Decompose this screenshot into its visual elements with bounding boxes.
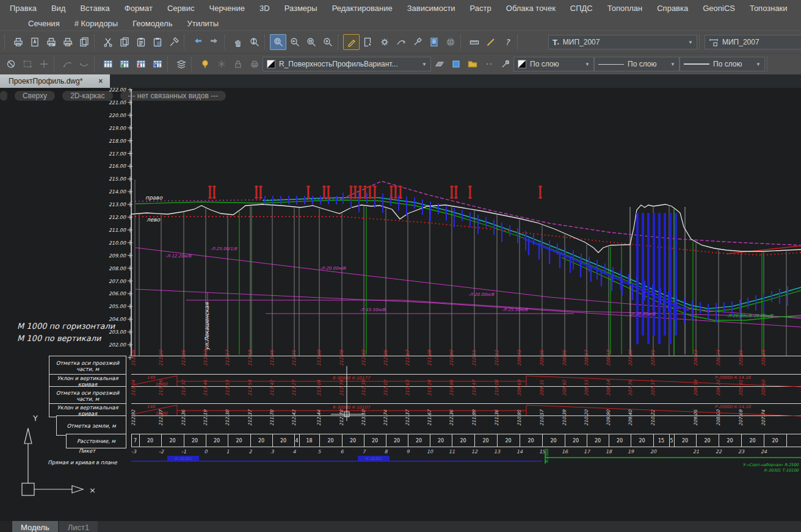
svg-text:20: 20 <box>727 438 733 444</box>
document-tab[interactable]: ПроектПрофиль.dwg* × <box>0 74 110 88</box>
pline-edit-icon[interactable] <box>59 56 76 72</box>
zoom-realtime-icon[interactable] <box>246 34 263 50</box>
viewport-menu-pill[interactable] <box>0 91 7 101</box>
svg-text:14: 14 <box>516 449 523 455</box>
close-icon[interactable]: × <box>98 77 103 85</box>
menu-item-14[interactable]: Справка <box>650 4 695 13</box>
layer-freeze-icon[interactable] <box>213 56 230 72</box>
menu-item-10[interactable]: Растр <box>463 4 499 13</box>
linetype-combo[interactable]: По слою▼ <box>594 57 680 71</box>
layer-combo[interactable]: R_ПоверхностьПрофильВариант...▼ <box>263 57 431 71</box>
properties-icon[interactable] <box>360 34 376 50</box>
selection-window-icon[interactable] <box>19 56 35 72</box>
svg-text:211.99: 211.99 <box>471 409 477 426</box>
measure-icon[interactable] <box>466 34 482 50</box>
make-object-layer-icon[interactable] <box>431 56 448 72</box>
draw-pencil-icon[interactable] <box>343 34 360 50</box>
publish-icon[interactable] <box>43 34 59 50</box>
copy-icon[interactable] <box>116 34 132 50</box>
sheet-set-icon[interactable] <box>426 34 442 50</box>
svg-text:10.00: 10.00 <box>155 382 168 387</box>
layer-plot-icon[interactable] <box>246 56 263 72</box>
chevron-down-icon[interactable]: ▼ <box>585 62 590 67</box>
lineweight-combo[interactable]: По слою▼ <box>680 57 765 71</box>
settings-gear-icon[interactable] <box>376 34 393 50</box>
menu-item-13[interactable]: Топоплан <box>600 4 650 13</box>
zoom-window-icon[interactable] <box>270 34 286 50</box>
menu-item-9[interactable]: Зависимости <box>400 4 463 13</box>
drawing-area[interactable]: Сверху 2D-каркас --- нет связанных видов… <box>0 88 801 521</box>
color-square-icon[interactable] <box>448 56 464 72</box>
table-excel-icon[interactable] <box>116 56 132 72</box>
color-combo[interactable]: По слою▼ <box>513 57 594 71</box>
menu-item-6[interactable]: 3D <box>252 4 277 13</box>
menu-item-r2-3[interactable]: Утилиты <box>179 19 226 28</box>
menu-item-r2-0[interactable]: Сечения <box>21 19 67 28</box>
paste-icon[interactable] <box>132 34 149 50</box>
menu-item-0[interactable]: Правка <box>2 4 44 13</box>
layer-manager-icon[interactable] <box>173 56 189 72</box>
paste-block-icon[interactable] <box>149 34 165 50</box>
zoom-object-icon[interactable] <box>303 34 319 50</box>
undo-icon[interactable] <box>189 34 206 50</box>
chevron-down-icon[interactable]: ▼ <box>670 62 675 67</box>
redo-icon[interactable] <box>206 34 222 50</box>
svg-text:212.00: 212.00 <box>109 215 126 220</box>
menu-item-7[interactable]: Размеры <box>277 4 325 13</box>
arc-edit2-icon[interactable] <box>76 56 92 72</box>
menu-item-2[interactable]: Вставка <box>73 4 117 13</box>
layer-walk-icon[interactable] <box>464 56 480 72</box>
print-icon[interactable] <box>10 34 26 50</box>
view-control[interactable]: Сверху <box>15 91 55 101</box>
menu-item-4[interactable]: Сервис <box>160 4 202 13</box>
plot-edit-icon[interactable] <box>59 34 76 50</box>
svg-text:210.86: 210.86 <box>449 379 454 396</box>
band-label-ground-elevation: Отметка земли, м <box>56 415 126 436</box>
tool-palettes-icon[interactable] <box>409 34 426 50</box>
menu-item-11[interactable]: Облака точек <box>499 4 563 13</box>
table-number-icon[interactable] <box>149 56 165 72</box>
table-icon[interactable] <box>100 56 116 72</box>
polar-tracking-icon[interactable] <box>35 56 52 72</box>
chevron-down-icon[interactable]: ▼ <box>756 62 761 67</box>
svg-text:214.00: 214.00 <box>109 189 126 195</box>
menu-item-17[interactable]: Геоточки <box>795 4 801 13</box>
match-layer-icon[interactable] <box>497 56 513 72</box>
profile-drawing[interactable]: 222.00221.00220.00219.00218.00217.00216.… <box>0 88 801 521</box>
menu-item-3[interactable]: Формат <box>117 4 160 13</box>
pan-icon[interactable] <box>230 34 246 50</box>
menu-item-12[interactable]: СПДС <box>563 4 600 13</box>
snap-off-icon[interactable] <box>2 56 19 72</box>
layer-lock-icon[interactable] <box>230 56 246 72</box>
visual-style-control[interactable]: 2D-каркас <box>62 91 112 101</box>
arc-edit-icon[interactable] <box>393 34 409 50</box>
plot-preview-icon[interactable] <box>26 34 43 50</box>
match-properties-icon[interactable] <box>165 34 182 50</box>
copy-sheets-icon[interactable] <box>76 34 92 50</box>
quick-calc-icon[interactable] <box>482 34 499 50</box>
layer-on-bulb-icon[interactable] <box>197 56 213 72</box>
menu-item-r2-2[interactable]: Геомодель <box>125 19 179 28</box>
menu-item-16[interactable]: Топознаки <box>742 4 795 13</box>
menu-item-5[interactable]: Черчение <box>202 4 253 13</box>
menu-item-r2-1[interactable]: # Коридоры <box>67 19 126 28</box>
isolate-icon[interactable] <box>480 56 497 72</box>
svg-text:19: 19 <box>628 449 634 455</box>
dim-style-combo[interactable]: МИП_2007▼ <box>705 35 801 49</box>
table-word-icon[interactable] <box>132 56 149 72</box>
menu-item-8[interactable]: Редактирование <box>325 4 400 13</box>
zoom-scale-icon[interactable] <box>319 34 336 50</box>
cut-icon[interactable] <box>100 34 116 50</box>
linked-views-control[interactable]: --- нет связанных видов --- <box>120 91 227 101</box>
zoom-previous-icon[interactable] <box>286 34 303 50</box>
svg-text:20: 20 <box>527 438 534 444</box>
chevron-down-icon[interactable]: ▼ <box>422 62 427 67</box>
menu-item-15[interactable]: GeoniCS <box>695 4 742 13</box>
tab-model[interactable]: Модель <box>12 521 58 532</box>
text-style-combo[interactable]: T▪МИП_2007▼ <box>548 35 697 49</box>
help-icon[interactable]: ? <box>499 34 515 50</box>
menu-item-1[interactable]: Вид <box>44 4 73 13</box>
chevron-down-icon[interactable]: ▼ <box>688 40 693 45</box>
render-globe-icon[interactable] <box>442 34 458 50</box>
tab-layout1[interactable]: Лист1 <box>59 521 98 532</box>
